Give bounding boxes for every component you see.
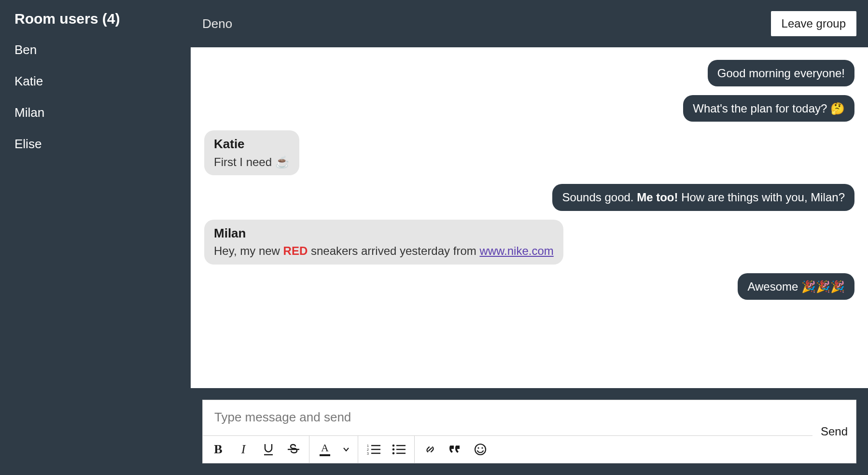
svg-text:3: 3 <box>367 452 369 455</box>
toolbar-group-color: A <box>309 436 358 463</box>
own-message-bubble: Sounds good. Me too! How are things with… <box>552 184 854 210</box>
sidebar-user-item[interactable]: Katie <box>14 74 176 89</box>
bold-icon: B <box>214 442 222 457</box>
toolbar-group-insert <box>415 436 496 463</box>
emoji-icon <box>474 443 487 456</box>
ordered-list-icon: 1 2 3 <box>367 444 380 455</box>
chat-header: Deno Leave group <box>191 0 868 47</box>
editor-column: B I A <box>203 400 812 463</box>
user-list: BenKatieMilanElise <box>14 42 176 152</box>
sidebar-title: Room users (4) <box>14 11 176 27</box>
link-icon <box>424 443 436 456</box>
font-color-dropdown-button[interactable] <box>337 439 355 460</box>
composer-area: B I A <box>191 388 868 475</box>
message-row: Sounds good. Me too! How are things with… <box>204 184 854 210</box>
message-text-segment: Sounds good. <box>562 191 637 204</box>
message-row: Good morning everyone! <box>204 60 854 86</box>
svg-point-14 <box>475 444 486 455</box>
message-list[interactable]: Good morning everyone!What's the plan fo… <box>191 47 868 388</box>
font-color-button[interactable]: A <box>312 439 337 460</box>
svg-point-16 <box>481 447 483 448</box>
svg-text:1: 1 <box>367 444 369 447</box>
other-message-bubble: KatieFirst I need ☕ <box>204 130 299 175</box>
message-row: KatieFirst I need ☕ <box>204 130 854 175</box>
message-text-segment: How are things with you, Milan? <box>678 191 845 204</box>
message-input[interactable] <box>203 400 812 436</box>
message-body: First I need ☕ <box>214 155 290 168</box>
message-body: Hey, my new RED sneakers arrived yesterd… <box>214 244 554 257</box>
link-button[interactable] <box>418 439 443 460</box>
own-message-bubble: Awesome 🎉🎉🎉 <box>738 273 854 300</box>
font-color-icon: A <box>320 443 330 456</box>
message-body: What's the plan for today? 🤔 <box>693 102 845 115</box>
message-text-segment: RED <box>283 244 308 257</box>
sidebar: Room users (4) BenKatieMilanElise <box>0 0 191 475</box>
message-text-segment: Me too! <box>637 191 678 204</box>
message-text-segment: sneakers arrived yesterday from <box>308 244 479 257</box>
ordered-list-button[interactable]: 1 2 3 <box>361 439 386 460</box>
message-body: Awesome 🎉🎉🎉 <box>747 280 845 293</box>
underline-icon <box>263 443 274 456</box>
own-message-bubble: Good morning everyone! <box>708 60 854 86</box>
format-toolbar: B I A <box>203 436 812 463</box>
message-link[interactable]: www.nike.com <box>479 244 553 257</box>
svg-point-10 <box>392 452 395 455</box>
toolbar-group-lists: 1 2 3 <box>358 436 415 463</box>
own-message-bubble: What's the plan for today? 🤔 <box>683 95 854 122</box>
italic-button[interactable]: I <box>231 439 256 460</box>
svg-point-9 <box>392 448 395 451</box>
app-root: Room users (4) BenKatieMilanElise Deno L… <box>0 0 868 475</box>
main-column: Deno Leave group Good morning everyone!W… <box>191 0 868 475</box>
unordered-list-icon <box>392 444 406 455</box>
emoji-button[interactable] <box>468 439 493 460</box>
message-text-segment: Hey, my new <box>214 244 283 257</box>
leave-group-button[interactable]: Leave group <box>771 11 856 36</box>
message-body: Sounds good. Me too! How are things with… <box>562 191 845 204</box>
other-message-bubble: MilanHey, my new RED sneakers arrived ye… <box>204 220 563 265</box>
underline-button[interactable] <box>256 439 281 460</box>
room-name: Deno <box>202 16 232 31</box>
message-row: MilanHey, my new RED sneakers arrived ye… <box>204 220 854 265</box>
message-author: Katie <box>214 136 290 153</box>
composer: B I A <box>202 400 856 463</box>
svg-point-8 <box>392 445 395 447</box>
message-author: Milan <box>214 225 554 242</box>
message-row: What's the plan for today? 🤔 <box>204 95 854 122</box>
unordered-list-button[interactable] <box>386 439 411 460</box>
message-row: Awesome 🎉🎉🎉 <box>204 273 854 300</box>
send-button[interactable]: Send <box>812 400 856 463</box>
sidebar-user-item[interactable]: Milan <box>14 105 176 120</box>
strikethrough-icon <box>287 443 300 456</box>
message-body: Good morning everyone! <box>717 67 845 80</box>
italic-icon: I <box>241 442 246 457</box>
strikethrough-button[interactable] <box>281 439 306 460</box>
blockquote-button[interactable] <box>443 439 468 460</box>
svg-point-15 <box>477 447 479 448</box>
bold-button[interactable]: B <box>206 439 231 460</box>
svg-text:2: 2 <box>367 448 369 451</box>
toolbar-group-text-style: B I <box>203 436 309 463</box>
sidebar-user-item[interactable]: Ben <box>14 42 176 57</box>
sidebar-user-item[interactable]: Elise <box>14 137 176 152</box>
chevron-down-icon <box>343 446 350 453</box>
quote-icon <box>449 444 462 455</box>
